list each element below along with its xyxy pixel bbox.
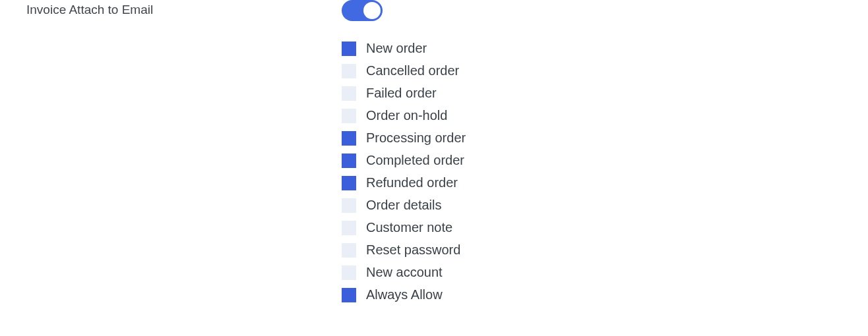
- checkbox-label: Always Allow: [366, 287, 443, 302]
- checkbox-label: Cancelled order: [366, 63, 459, 78]
- checkbox-label: Refunded order: [366, 175, 458, 190]
- checkbox-item[interactable]: New order: [342, 41, 868, 56]
- checkbox-box[interactable]: [342, 86, 356, 101]
- setting-label-col: Invoice Attach to Email: [0, 0, 342, 17]
- checkbox-list: New orderCancelled orderFailed orderOrde…: [342, 41, 868, 302]
- checkbox-label: New order: [366, 41, 427, 56]
- checkbox-label: Completed order: [366, 153, 464, 168]
- checkbox-item[interactable]: Cancelled order: [342, 63, 868, 78]
- checkbox-item[interactable]: Order on-hold: [342, 108, 868, 123]
- checkbox-label: Customer note: [366, 220, 452, 235]
- checkbox-box[interactable]: [342, 154, 356, 168]
- checkbox-box[interactable]: [342, 109, 356, 123]
- setting-row: Invoice Attach to Email New orderCancell…: [0, 0, 868, 302]
- checkbox-item[interactable]: Reset password: [342, 242, 868, 258]
- checkbox-box[interactable]: [342, 64, 356, 78]
- invoice-attach-toggle[interactable]: [342, 0, 383, 21]
- checkbox-item[interactable]: Completed order: [342, 153, 868, 168]
- checkbox-label: Order details: [366, 198, 442, 213]
- checkbox-item[interactable]: Always Allow: [342, 287, 868, 302]
- checkbox-item[interactable]: New account: [342, 265, 868, 280]
- checkbox-box[interactable]: [342, 288, 356, 302]
- checkbox-item[interactable]: Order details: [342, 198, 868, 213]
- checkbox-box[interactable]: [342, 42, 356, 56]
- checkbox-box[interactable]: [342, 243, 356, 258]
- checkbox-box[interactable]: [342, 266, 356, 280]
- checkbox-item[interactable]: Customer note: [342, 220, 868, 235]
- toggle-knob: [363, 2, 381, 19]
- checkbox-box[interactable]: [342, 221, 356, 235]
- checkbox-label: Failed order: [366, 86, 437, 101]
- checkbox-item[interactable]: Failed order: [342, 86, 868, 101]
- checkbox-item[interactable]: Refunded order: [342, 175, 868, 190]
- setting-control-col: New orderCancelled orderFailed orderOrde…: [342, 0, 868, 302]
- checkbox-item[interactable]: Processing order: [342, 130, 868, 146]
- checkbox-label: Order on-hold: [366, 108, 447, 123]
- checkbox-label: New account: [366, 265, 443, 280]
- checkbox-box[interactable]: [342, 198, 356, 213]
- checkbox-label: Reset password: [366, 242, 460, 258]
- checkbox-box[interactable]: [342, 176, 356, 190]
- setting-label: Invoice Attach to Email: [26, 3, 342, 17]
- checkbox-box[interactable]: [342, 131, 356, 146]
- checkbox-label: Processing order: [366, 130, 466, 146]
